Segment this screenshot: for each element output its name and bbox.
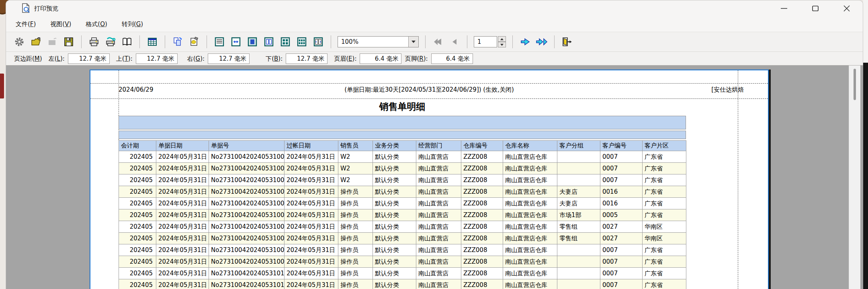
close-button[interactable] (841, 3, 852, 14)
table-cell: 2024年05月31日 (285, 268, 338, 279)
table-cell: 202405 (119, 151, 156, 163)
report-table-body: 2024052024年05月31日No273100420240531001202… (119, 151, 686, 289)
table-cell: 202405 (119, 221, 156, 233)
report-filter-text: (单据日期:最近30天[2024/05/31至2024/06/29]) (生效,… (90, 86, 768, 94)
toolbar-separator (425, 35, 426, 48)
table-cell: 南山直营店 (416, 233, 461, 244)
table-cell: 市场1部 (557, 209, 600, 221)
table-cell: 默认分类 (373, 256, 416, 268)
page-number-input[interactable]: 1 (474, 36, 497, 47)
two-page-icon[interactable] (263, 36, 275, 48)
vertical-scrollbar[interactable] (849, 66, 860, 289)
table-cell: 南山直营店仓库 (503, 256, 557, 268)
first-page-icon (432, 36, 444, 48)
margin-bottom-field[interactable]: 12.7 毫米 (286, 53, 328, 64)
save-icon[interactable] (63, 36, 75, 48)
print-icon[interactable] (88, 36, 100, 48)
table-cell: 零售组 (557, 221, 600, 233)
minimize-button[interactable] (778, 3, 790, 14)
table-cell: 2024年05月31日 (156, 256, 209, 268)
column-header: 客户编号 (600, 141, 643, 151)
page-number-control: 1 (474, 36, 506, 47)
margin-right-field[interactable]: 12.7 毫米 (208, 53, 250, 64)
table-cell: 默认分类 (373, 174, 416, 186)
print-preview-window: 打印预览 文件(F) 视图(V) 格式(O) 转到(G) (6, 0, 863, 289)
table-cell: 2024年05月31日 (156, 151, 209, 163)
four-page-icon[interactable] (279, 36, 291, 48)
chevron-up-icon (500, 38, 504, 40)
table-cell: No273100420240531001 (209, 151, 285, 163)
spinner-down-button[interactable] (498, 42, 506, 47)
column-header: 销售员 (338, 141, 373, 151)
table-cell: 南山直营店 (416, 198, 461, 209)
margin-bottom-label: 下(B): (266, 55, 283, 63)
margin-top-field[interactable]: 12.7 毫米 (136, 53, 178, 64)
multi-page-icon[interactable] (296, 36, 308, 48)
single-page-icon[interactable] (246, 36, 258, 48)
maximize-button[interactable] (810, 3, 821, 14)
open-file-icon[interactable] (30, 36, 42, 48)
table-cell: No273100420240531005 (209, 198, 285, 209)
page-width-icon[interactable] (230, 36, 242, 48)
table-cell: 2024年05月31日 (285, 256, 338, 268)
table-cell: 南山直营店仓库 (503, 186, 557, 198)
settings-gear-icon[interactable] (13, 36, 25, 48)
table-cell: ZZZ008 (461, 174, 503, 186)
menu-view[interactable]: 视图(V) (50, 20, 71, 28)
exit-icon[interactable] (561, 36, 573, 48)
toolbar-separator (331, 35, 331, 48)
column-header: 经营部门 (416, 141, 461, 151)
table-cell: 2024年05月31日 (156, 209, 209, 221)
page-style-icon[interactable] (188, 36, 200, 48)
table-cell: No273100420240531006 (209, 233, 285, 244)
whole-page-icon[interactable] (213, 36, 225, 48)
report-table: 会计期单据日期单据号过帐日期销售员业务分类经营部门仓库编号仓库名称客户分组客户编… (119, 140, 686, 289)
margin-footer-field[interactable]: 6.4 毫米 (431, 53, 473, 64)
table-cell: 202405 (119, 279, 156, 289)
table-cell: ZZZ008 (461, 279, 503, 289)
table-cell: ZZZ008 (461, 151, 503, 163)
menu-file[interactable]: 文件(F) (16, 20, 36, 28)
table-settings-icon[interactable] (146, 36, 158, 48)
table-cell: 操作员 (338, 244, 373, 256)
table-cell: 操作员 (338, 256, 373, 268)
printer-setup-icon[interactable] (104, 36, 117, 48)
window-title: 打印预览 (34, 5, 58, 12)
menu-goto[interactable]: 转到(G) (122, 20, 143, 28)
table-cell: 操作员 (338, 186, 373, 198)
header-top-guide (90, 83, 768, 84)
column-header: 会计期 (119, 141, 156, 151)
last-page-icon[interactable] (536, 36, 548, 48)
table-cell: 操作员 (338, 198, 373, 209)
table-cell: 0007 (600, 163, 643, 174)
column-header: 客户片区 (643, 141, 686, 151)
book-icon[interactable] (121, 36, 133, 48)
margin-header-field[interactable]: 6.4 毫米 (360, 53, 401, 64)
table-cell: 南山直营店仓库 (503, 163, 557, 174)
screen: 打印预览 文件(F) 视图(V) 格式(O) 转到(G) (0, 0, 868, 289)
spinner-up-button[interactable] (498, 36, 506, 42)
menu-format[interactable]: 格式(O) (86, 20, 107, 28)
table-row: 2024052024年05月31日No273100420240531011202… (119, 268, 686, 279)
zoom-dropdown-button[interactable] (408, 37, 418, 47)
next-page-icon[interactable] (519, 36, 531, 48)
table-cell: 2024年05月31日 (156, 163, 209, 174)
table-cell: 默认分类 (373, 151, 416, 163)
table-cell: 广东省 (643, 268, 686, 279)
table-cell: 默认分类 (373, 221, 416, 233)
margin-left-field[interactable]: 12.7 毫米 (68, 53, 110, 64)
table-cell: ZZZ008 (461, 256, 503, 268)
table-cell: 操作员 (338, 268, 373, 279)
margin-top-label: 上(T): (116, 55, 133, 63)
scrollbar-thumb[interactable] (854, 69, 856, 100)
table-cell: 默认分类 (373, 209, 416, 221)
zoom-select[interactable]: 100% (338, 36, 419, 47)
facing-page-icon[interactable] (312, 36, 324, 48)
background-window-accent (0, 74, 4, 98)
copy-page-icon[interactable] (172, 36, 184, 48)
table-cell: 202405 (119, 256, 156, 268)
report-title: 销售单明细 (119, 100, 686, 113)
table-cell: ZZZ008 (461, 186, 503, 198)
table-row: 2024052024年05月31日No273100420240531006202… (119, 221, 686, 233)
table-cell: 夫妻店 (557, 198, 600, 209)
